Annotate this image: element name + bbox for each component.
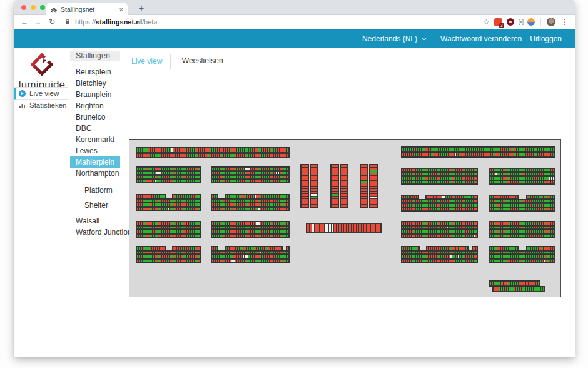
stalling-item-brighton[interactable]: Brighton bbox=[70, 100, 120, 111]
stalling-item-beursplein[interactable]: Beursplein bbox=[70, 66, 120, 78]
bike-spot bbox=[249, 195, 250, 198]
bike-spot bbox=[522, 235, 524, 237]
stalling-item-braunplein[interactable]: Braunplein bbox=[70, 89, 120, 100]
bike-spot bbox=[187, 230, 188, 233]
stalling-item-northampton[interactable]: Northampton bbox=[70, 168, 120, 179]
bike-spot bbox=[371, 224, 373, 232]
back-icon[interactable]: ← bbox=[19, 18, 30, 26]
address-bar[interactable]: https://stallingsnet.nl/beta bbox=[75, 18, 480, 26]
bookmark-star-icon[interactable]: ☆ bbox=[483, 18, 490, 26]
stalling-item-mahlerplein[interactable]: Mahlerplein bbox=[70, 156, 120, 168]
bike-spot bbox=[283, 235, 285, 237]
bike-spot bbox=[141, 176, 142, 178]
bike-spot bbox=[413, 230, 415, 233]
bike-spot bbox=[189, 208, 190, 210]
bike-spot bbox=[256, 235, 258, 237]
bike-spot bbox=[438, 230, 440, 233]
bike-spot bbox=[176, 154, 177, 158]
bike-spot bbox=[221, 230, 223, 233]
stalling-item-bletchley[interactable]: Bletchley bbox=[70, 78, 120, 89]
bike-rack-strip bbox=[492, 286, 545, 292]
browser-tab[interactable]: Stallingsnet × bbox=[46, 3, 128, 16]
bike-spot bbox=[168, 260, 169, 262]
bike-spot bbox=[435, 222, 436, 225]
bike-spot bbox=[156, 222, 158, 225]
bike-spot bbox=[443, 204, 444, 207]
bike-spot bbox=[216, 260, 217, 262]
bike-spot bbox=[413, 252, 415, 254]
bike-spot bbox=[524, 153, 525, 157]
close-window-icon[interactable] bbox=[21, 5, 26, 10]
bike-spot bbox=[435, 208, 436, 211]
new-tab-button[interactable]: + bbox=[134, 2, 149, 14]
bike-spot bbox=[468, 173, 469, 176]
bike-spot bbox=[170, 176, 171, 178]
stalling-item-korenmarkt[interactable]: Korenmarkt bbox=[70, 134, 120, 145]
browser-menu-icon[interactable]: ⋮ bbox=[560, 18, 570, 26]
language-selector[interactable]: Nederlands (NL) bbox=[362, 34, 427, 43]
bike-spot bbox=[150, 203, 151, 206]
bike-rack-strip bbox=[489, 233, 555, 238]
bike-spot bbox=[287, 235, 288, 237]
bike-spot bbox=[175, 235, 176, 237]
extension-icon[interactable] bbox=[507, 18, 514, 26]
stalling-item-lewes[interactable]: Lewes bbox=[70, 145, 120, 156]
bike-spot bbox=[264, 255, 265, 258]
stalling-item-walsall[interactable]: Walsall bbox=[70, 215, 120, 227]
tab-close-icon[interactable]: × bbox=[119, 6, 123, 13]
reload-icon[interactable]: ↻ bbox=[46, 18, 58, 26]
bike-spot bbox=[472, 252, 473, 254]
sidebar-item-live-view[interactable]: Live view bbox=[14, 88, 68, 100]
bike-spot bbox=[276, 172, 277, 175]
bike-spot bbox=[151, 154, 152, 158]
bike-spot bbox=[341, 181, 347, 183]
bike-spot bbox=[454, 200, 455, 203]
bike-spot bbox=[233, 227, 235, 229]
bike-spot bbox=[410, 196, 411, 198]
bike-spot bbox=[239, 172, 240, 175]
bike-spot bbox=[189, 176, 190, 178]
bike-spot bbox=[187, 227, 188, 229]
bike-spot bbox=[533, 247, 534, 250]
bike-spot bbox=[423, 230, 425, 233]
bike-spot bbox=[221, 252, 223, 254]
minimize-window-icon[interactable] bbox=[31, 5, 36, 10]
bike-spot bbox=[302, 168, 308, 170]
logout-link[interactable]: Uitloggen bbox=[530, 34, 562, 43]
bike-spot bbox=[143, 222, 144, 225]
bike-spot bbox=[158, 172, 160, 175]
fullscreen-window-icon[interactable] bbox=[40, 5, 45, 10]
bike-spot bbox=[429, 204, 430, 207]
bike-spot bbox=[475, 208, 477, 211]
brackets-extension-icon[interactable]: [×] bbox=[519, 19, 523, 25]
stalling-item-brunelco[interactable]: Brunelco bbox=[70, 111, 120, 123]
bike-spot bbox=[512, 287, 514, 291]
sidebar-item-statistieken[interactable]: Statistieken bbox=[14, 100, 68, 111]
bike-spot bbox=[370, 202, 377, 204]
bike-spot bbox=[410, 169, 411, 171]
bike-spot bbox=[495, 177, 497, 180]
bike-spot bbox=[160, 195, 161, 198]
profile-avatar[interactable] bbox=[547, 18, 555, 26]
tab-weesfietsen[interactable]: Weesfietsen bbox=[174, 53, 231, 68]
bike-spot bbox=[341, 192, 347, 193]
adblock-extension-icon[interactable]: 3 bbox=[494, 18, 502, 26]
forward-icon[interactable]: → bbox=[33, 18, 44, 26]
bike-spot bbox=[553, 148, 554, 151]
bike-spot bbox=[526, 181, 527, 184]
lumiguide-diamond-icon bbox=[31, 53, 53, 76]
tab-live-view[interactable]: Live view bbox=[123, 54, 171, 69]
stalling-item-watford-junction[interactable]: Watford Junction bbox=[70, 227, 120, 238]
stalling-item-shelter[interactable]: Shelter bbox=[78, 198, 120, 213]
change-password-link[interactable]: Wachtwoord veranderen bbox=[440, 34, 522, 43]
bike-spot bbox=[522, 255, 524, 258]
bike-spot bbox=[460, 173, 461, 176]
bike-spot bbox=[220, 252, 221, 254]
bike-spot bbox=[537, 287, 539, 291]
extension-avatar-icon[interactable] bbox=[527, 18, 535, 26]
bike-spot bbox=[492, 177, 493, 180]
stalling-item-platform[interactable]: Platform bbox=[78, 183, 120, 198]
bike-spot bbox=[468, 260, 469, 262]
bike-spot bbox=[505, 230, 507, 233]
stalling-item-dbc[interactable]: DBC bbox=[70, 123, 120, 134]
